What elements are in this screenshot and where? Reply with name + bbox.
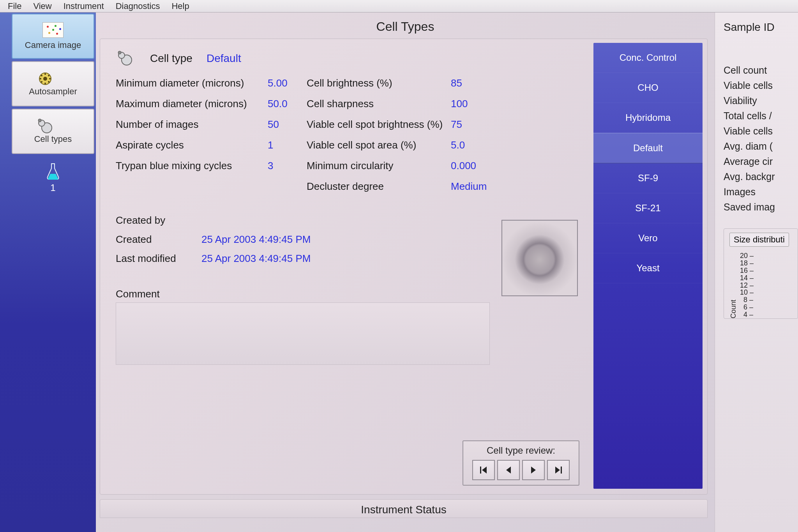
result-metric-label: Images	[724, 186, 798, 198]
param-label: Cell sharpness	[307, 98, 451, 110]
param-value[interactable]: 3	[268, 160, 307, 172]
cell-type-list-item[interactable]: Hybridoma	[593, 103, 703, 133]
menubar: File View Instrument Diagnostics Help	[0, 0, 798, 12]
cell-type-header-icon	[116, 51, 134, 66]
param-value[interactable]: 1	[268, 139, 307, 151]
review-title: Cell type review:	[467, 445, 575, 456]
flask-count: 1	[50, 182, 55, 193]
flask-icon	[46, 163, 60, 180]
next-icon	[529, 465, 538, 475]
menu-file[interactable]: File	[8, 1, 21, 11]
sidebar-item-autosampler[interactable]: Autosampler	[12, 61, 94, 106]
svg-rect-17	[561, 467, 562, 474]
sidebar-item-camera-image[interactable]: Camera image	[12, 14, 94, 59]
review-first-button[interactable]	[472, 460, 495, 480]
sidebar-item-label: Camera image	[25, 40, 81, 50]
result-metric-label: Avg. backgr	[724, 171, 798, 182]
result-metric-label: Avg. diam (	[724, 141, 798, 152]
instrument-status-panel-title: Instrument Status	[100, 499, 708, 518]
svg-point-1	[43, 77, 47, 81]
param-label: Decluster degree	[307, 180, 451, 193]
cell-types-panel: Cell type Default Minimum diameter (micr…	[100, 39, 708, 495]
cell-type-list-item[interactable]: CHO	[593, 73, 703, 103]
svg-point-7	[48, 75, 49, 76]
svg-point-5	[49, 78, 51, 80]
param-value[interactable]: 85	[451, 77, 498, 89]
cell-type-review-panel: Cell type review:	[463, 440, 579, 486]
svg-point-9	[48, 81, 49, 83]
param-label: Aspirate cycles	[116, 139, 268, 151]
sidebar-item-label: Cell types	[34, 134, 72, 144]
cell-type-list-item[interactable]: Vero	[593, 223, 703, 253]
param-value[interactable]: 100	[451, 98, 498, 110]
cell-type-value[interactable]: Default	[207, 52, 241, 65]
left-gutter	[0, 12, 10, 532]
result-metric-label: Total cells /	[724, 110, 798, 122]
sidebar-item-label: Autosampler	[29, 87, 77, 97]
last-modified-label: Last modified	[116, 253, 201, 265]
skip-last-icon	[554, 465, 563, 475]
param-label: Trypan blue mixing cycles	[116, 160, 268, 172]
param-label: Viable cell spot area (%)	[307, 139, 451, 151]
created-by-label: Created by	[116, 214, 201, 226]
svg-point-2	[44, 73, 46, 75]
result-metric-label: Viable cells	[724, 80, 798, 91]
cell-type-list-item[interactable]: Conc. Control	[593, 43, 703, 73]
last-modified-value: 25 Apr 2003 4:49:45 PM	[201, 253, 311, 265]
panel-title: Cell Types	[96, 12, 715, 39]
cell-type-list-item[interactable]: Default	[593, 133, 703, 163]
autosampler-icon	[36, 71, 55, 87]
review-next-button[interactable]	[522, 460, 545, 480]
sidebar: Camera image Autosampler Cell types 1	[10, 12, 96, 532]
skip-first-icon	[479, 465, 488, 475]
cell-type-list: Conc. ControlCHOHybridomaDefaultSF-9SF-2…	[593, 43, 703, 489]
sample-id-label: Sample ID	[724, 21, 798, 34]
svg-point-6	[41, 75, 42, 76]
param-value[interactable]: 5.00	[268, 77, 307, 89]
created-value: 25 Apr 2003 4:49:45 PM	[201, 233, 311, 246]
cell-type-list-item[interactable]: SF-9	[593, 163, 703, 193]
svg-point-15	[118, 51, 121, 54]
comment-textarea[interactable]	[116, 302, 490, 365]
cell-preview-image	[501, 220, 578, 296]
param-value[interactable]: 5.0	[451, 139, 498, 151]
param-label: Cell brightness (%)	[307, 77, 451, 89]
size-distribution-panel: Size distributi Count 20 –18 –16 –14 –12…	[724, 228, 798, 319]
review-prev-button[interactable]	[497, 460, 520, 480]
param-label: Minimum circularity	[307, 160, 451, 172]
param-value[interactable]: 0.000	[451, 160, 498, 172]
result-metric-label: Viable cells	[724, 125, 798, 137]
size-distribution-button[interactable]: Size distributi	[729, 233, 789, 247]
param-label: Maximum diameter (microns)	[116, 98, 268, 110]
menu-diagnostics[interactable]: Diagnostics	[116, 1, 160, 11]
result-metric-label: Average cir	[724, 156, 798, 167]
menu-view[interactable]: View	[33, 1, 51, 11]
chart-y-axis-label: Count	[729, 300, 738, 318]
param-value[interactable]: 50	[268, 118, 307, 131]
param-value[interactable]: 75	[451, 118, 498, 131]
sidebar-item-cell-types[interactable]: Cell types	[12, 109, 94, 154]
result-metric-label: Cell count	[724, 65, 798, 76]
parameter-grid: Minimum diameter (microns) 5.00 Cell bri…	[116, 77, 580, 193]
param-label: Number of images	[116, 118, 268, 131]
cell-type-list-item[interactable]: SF-21	[593, 193, 703, 223]
svg-point-12	[38, 119, 41, 122]
param-value[interactable]: 50.0	[268, 98, 307, 110]
created-label: Created	[116, 233, 201, 246]
cell-types-icon	[36, 118, 55, 134]
menu-instrument[interactable]: Instrument	[64, 1, 104, 11]
camera-image-icon	[42, 22, 64, 38]
right-results-panel: Sample ID Cell countViable cellsViabilit…	[715, 12, 798, 532]
svg-point-4	[40, 78, 41, 80]
cell-type-label: Cell type	[150, 52, 192, 65]
result-metric-label: Viability	[724, 95, 798, 106]
chart-y-ticks: 20 –18 –16 –14 –12 –10 –8 –6 –4 –	[740, 252, 756, 318]
menu-help[interactable]: Help	[171, 1, 189, 11]
review-last-button[interactable]	[547, 460, 570, 480]
svg-point-8	[41, 81, 42, 83]
svg-point-3	[44, 83, 46, 84]
param-value[interactable]: Medium	[451, 180, 498, 193]
sidebar-item-flask[interactable]: 1	[10, 157, 96, 200]
result-metric-label: Saved imag	[724, 201, 798, 213]
cell-type-list-item[interactable]: Yeast	[593, 253, 703, 283]
